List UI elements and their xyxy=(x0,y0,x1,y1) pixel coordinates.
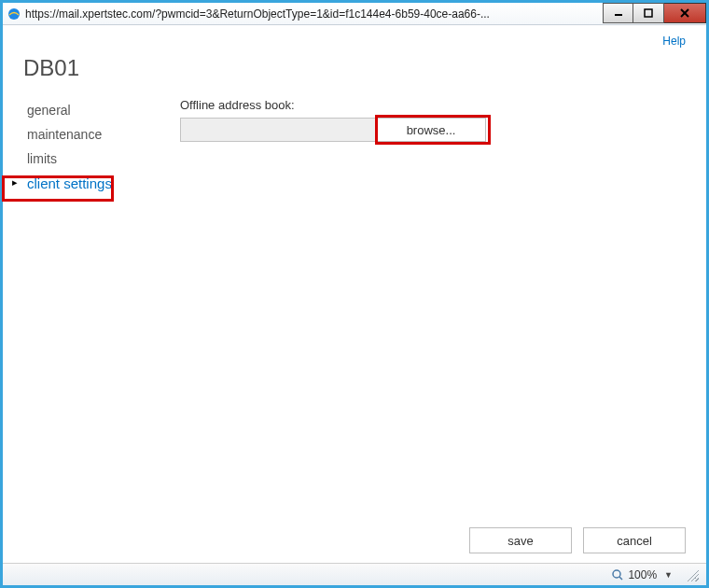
browse-button[interactable]: browse... xyxy=(376,118,486,142)
svg-rect-2 xyxy=(645,9,652,17)
zoom-control[interactable]: 100% xyxy=(611,568,657,581)
sidenav: general maintenance limits client settin… xyxy=(12,98,180,511)
resize-grip-icon[interactable] xyxy=(686,568,699,581)
sidenav-item-maintenance[interactable]: maintenance xyxy=(23,122,180,147)
sidenav-item-limits[interactable]: limits xyxy=(23,147,180,171)
oab-label: Offline address book: xyxy=(180,98,686,112)
save-button[interactable]: save xyxy=(469,527,572,553)
footer: save cancel xyxy=(3,511,706,563)
main-panel: Offline address book: browse... xyxy=(180,98,686,511)
zoom-icon xyxy=(611,568,624,581)
help-link[interactable]: Help xyxy=(662,35,686,48)
ie-icon xyxy=(7,7,21,21)
maximize-button[interactable] xyxy=(633,3,664,23)
cancel-button[interactable]: cancel xyxy=(583,527,686,553)
header-row: Help xyxy=(3,25,706,48)
close-button[interactable] xyxy=(664,3,706,23)
zoom-dropdown-caret[interactable]: ▼ xyxy=(662,570,674,580)
content-area: Help DB01 general maintenance limits cli… xyxy=(3,25,706,585)
page-title: DB01 xyxy=(3,48,706,98)
titlebar: https://mail.xpertstec.com/?pwmcid=3&Ret… xyxy=(3,3,706,25)
svg-line-6 xyxy=(619,577,622,580)
statusbar: 100% ▼ xyxy=(3,563,706,585)
body-split: general maintenance limits client settin… xyxy=(3,98,706,511)
url-text: https://mail.xpertstec.com/?pwmcid=3&Ret… xyxy=(25,7,603,21)
sidenav-item-client-settings[interactable]: client settings xyxy=(23,171,180,196)
zoom-value: 100% xyxy=(628,568,657,581)
minimize-button[interactable] xyxy=(603,3,633,23)
browser-window: https://mail.xpertstec.com/?pwmcid=3&Ret… xyxy=(0,0,709,588)
svg-point-5 xyxy=(613,570,620,578)
oab-input[interactable] xyxy=(180,118,376,142)
oab-field-row: browse... xyxy=(180,118,686,142)
window-controls xyxy=(603,3,706,23)
sidenav-item-general[interactable]: general xyxy=(23,98,180,122)
